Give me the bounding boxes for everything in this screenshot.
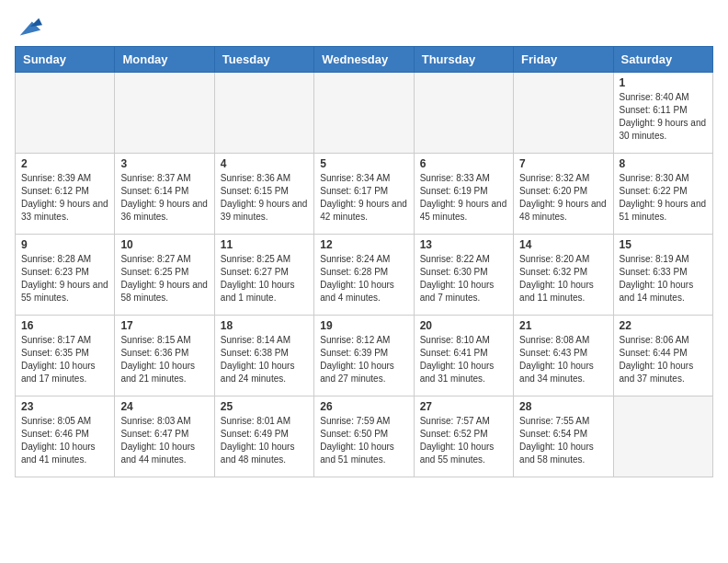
day-number: 2 (21, 157, 108, 170)
calendar-day-cell: 27Sunrise: 7:57 AM Sunset: 6:52 PM Dayli… (414, 396, 513, 477)
day-info: Sunrise: 8:32 AM Sunset: 6:20 PM Dayligh… (519, 172, 607, 224)
day-info: Sunrise: 8:17 AM Sunset: 6:35 PM Dayligh… (21, 334, 108, 385)
day-number: 5 (320, 157, 407, 170)
calendar-day-cell: 17Sunrise: 8:15 AM Sunset: 6:36 PM Dayli… (115, 316, 214, 396)
calendar-day-cell: 23Sunrise: 8:05 AM Sunset: 6:46 PM Dayli… (16, 396, 115, 477)
calendar-day-cell (214, 73, 313, 154)
day-info: Sunrise: 8:06 AM Sunset: 6:44 PM Dayligh… (620, 334, 707, 385)
weekday-header: Wednesday (314, 47, 414, 73)
day-info: Sunrise: 8:33 AM Sunset: 6:19 PM Dayligh… (420, 172, 507, 224)
page-header (15, 15, 713, 37)
calendar-day-cell: 15Sunrise: 8:19 AM Sunset: 6:33 PM Dayli… (613, 235, 712, 316)
calendar-day-cell (16, 73, 115, 154)
day-info: Sunrise: 8:01 AM Sunset: 6:49 PM Dayligh… (221, 415, 308, 466)
calendar-day-cell: 7Sunrise: 8:32 AM Sunset: 6:20 PM Daylig… (514, 154, 613, 235)
calendar-day-cell: 25Sunrise: 8:01 AM Sunset: 6:49 PM Dayli… (214, 396, 313, 477)
weekday-header: Saturday (613, 47, 712, 73)
calendar-day-cell: 20Sunrise: 8:10 AM Sunset: 6:41 PM Dayli… (414, 316, 513, 396)
logo (15, 15, 42, 37)
calendar-day-cell (613, 396, 712, 477)
calendar-table: SundayMondayTuesdayWednesdayThursdayFrid… (15, 46, 713, 477)
logo-icon (17, 15, 42, 40)
day-info: Sunrise: 8:03 AM Sunset: 6:47 PM Dayligh… (120, 415, 208, 466)
calendar-day-cell: 8Sunrise: 8:30 AM Sunset: 6:22 PM Daylig… (613, 154, 712, 235)
day-info: Sunrise: 8:22 AM Sunset: 6:30 PM Dayligh… (420, 253, 507, 304)
day-number: 20 (420, 319, 507, 332)
day-number: 8 (620, 157, 707, 170)
day-info: Sunrise: 8:25 AM Sunset: 6:27 PM Dayligh… (221, 253, 308, 304)
day-info: Sunrise: 8:39 AM Sunset: 6:12 PM Dayligh… (21, 172, 108, 224)
day-number: 11 (221, 238, 308, 251)
day-number: 3 (120, 157, 208, 170)
calendar-day-cell: 22Sunrise: 8:06 AM Sunset: 6:44 PM Dayli… (613, 316, 712, 396)
day-number: 9 (21, 238, 108, 251)
day-number: 21 (519, 319, 607, 332)
day-number: 18 (221, 319, 308, 332)
calendar-day-cell: 5Sunrise: 8:34 AM Sunset: 6:17 PM Daylig… (314, 154, 414, 235)
calendar-day-cell: 12Sunrise: 8:24 AM Sunset: 6:28 PM Dayli… (314, 235, 414, 316)
calendar-day-cell: 3Sunrise: 8:37 AM Sunset: 6:14 PM Daylig… (115, 154, 214, 235)
day-number: 13 (420, 238, 507, 251)
day-info: Sunrise: 8:34 AM Sunset: 6:17 PM Dayligh… (320, 172, 407, 224)
calendar-day-cell: 2Sunrise: 8:39 AM Sunset: 6:12 PM Daylig… (16, 154, 115, 235)
day-info: Sunrise: 8:27 AM Sunset: 6:25 PM Dayligh… (120, 253, 208, 304)
calendar-day-cell: 19Sunrise: 8:12 AM Sunset: 6:39 PM Dayli… (314, 316, 414, 396)
day-info: Sunrise: 8:24 AM Sunset: 6:28 PM Dayligh… (320, 253, 407, 304)
day-number: 10 (120, 238, 208, 251)
calendar-day-cell: 4Sunrise: 8:36 AM Sunset: 6:15 PM Daylig… (214, 154, 313, 235)
day-info: Sunrise: 7:55 AM Sunset: 6:54 PM Dayligh… (519, 415, 607, 466)
day-info: Sunrise: 8:19 AM Sunset: 6:33 PM Dayligh… (620, 253, 707, 304)
weekday-header: Tuesday (214, 47, 313, 73)
calendar-day-cell: 10Sunrise: 8:27 AM Sunset: 6:25 PM Dayli… (115, 235, 214, 316)
day-number: 15 (620, 238, 707, 251)
day-info: Sunrise: 7:57 AM Sunset: 6:52 PM Dayligh… (420, 415, 507, 466)
calendar-week-row: 16Sunrise: 8:17 AM Sunset: 6:35 PM Dayli… (16, 316, 713, 396)
day-info: Sunrise: 8:28 AM Sunset: 6:23 PM Dayligh… (21, 253, 108, 304)
day-info: Sunrise: 8:37 AM Sunset: 6:14 PM Dayligh… (120, 172, 208, 224)
day-info: Sunrise: 7:59 AM Sunset: 6:50 PM Dayligh… (320, 415, 407, 466)
day-info: Sunrise: 8:08 AM Sunset: 6:43 PM Dayligh… (519, 334, 607, 385)
calendar-header-row: SundayMondayTuesdayWednesdayThursdayFrid… (16, 47, 713, 73)
day-number: 24 (120, 400, 208, 413)
weekday-header: Friday (514, 47, 613, 73)
day-number: 28 (519, 400, 607, 413)
day-info: Sunrise: 8:36 AM Sunset: 6:15 PM Dayligh… (221, 172, 308, 224)
weekday-header: Thursday (414, 47, 513, 73)
calendar-day-cell (514, 73, 613, 154)
calendar-day-cell (115, 73, 214, 154)
calendar-week-row: 2Sunrise: 8:39 AM Sunset: 6:12 PM Daylig… (16, 154, 713, 235)
calendar-day-cell (414, 73, 513, 154)
calendar-day-cell: 6Sunrise: 8:33 AM Sunset: 6:19 PM Daylig… (414, 154, 513, 235)
day-number: 22 (620, 319, 707, 332)
calendar-week-row: 1Sunrise: 8:40 AM Sunset: 6:11 PM Daylig… (16, 73, 713, 154)
day-number: 12 (320, 238, 407, 251)
day-number: 19 (320, 319, 407, 332)
day-info: Sunrise: 8:05 AM Sunset: 6:46 PM Dayligh… (21, 415, 108, 466)
calendar-day-cell: 18Sunrise: 8:14 AM Sunset: 6:38 PM Dayli… (214, 316, 313, 396)
calendar-day-cell (314, 73, 414, 154)
calendar-day-cell: 11Sunrise: 8:25 AM Sunset: 6:27 PM Dayli… (214, 235, 313, 316)
day-info: Sunrise: 8:14 AM Sunset: 6:38 PM Dayligh… (221, 334, 308, 385)
calendar-day-cell: 26Sunrise: 7:59 AM Sunset: 6:50 PM Dayli… (314, 396, 414, 477)
day-number: 25 (221, 400, 308, 413)
day-info: Sunrise: 8:40 AM Sunset: 6:11 PM Dayligh… (620, 91, 707, 143)
calendar-day-cell: 14Sunrise: 8:20 AM Sunset: 6:32 PM Dayli… (514, 235, 613, 316)
day-number: 27 (420, 400, 507, 413)
calendar-day-cell: 28Sunrise: 7:55 AM Sunset: 6:54 PM Dayli… (514, 396, 613, 477)
day-number: 4 (221, 157, 308, 170)
day-number: 6 (420, 157, 507, 170)
calendar-day-cell: 21Sunrise: 8:08 AM Sunset: 6:43 PM Dayli… (514, 316, 613, 396)
day-number: 7 (519, 157, 607, 170)
calendar-day-cell: 24Sunrise: 8:03 AM Sunset: 6:47 PM Dayli… (115, 396, 214, 477)
calendar-day-cell: 16Sunrise: 8:17 AM Sunset: 6:35 PM Dayli… (16, 316, 115, 396)
day-info: Sunrise: 8:20 AM Sunset: 6:32 PM Dayligh… (519, 253, 607, 304)
weekday-header: Sunday (16, 47, 115, 73)
weekday-header: Monday (115, 47, 214, 73)
calendar-week-row: 9Sunrise: 8:28 AM Sunset: 6:23 PM Daylig… (16, 235, 713, 316)
calendar-day-cell: 13Sunrise: 8:22 AM Sunset: 6:30 PM Dayli… (414, 235, 513, 316)
calendar-week-row: 23Sunrise: 8:05 AM Sunset: 6:46 PM Dayli… (16, 396, 713, 477)
calendar-day-cell: 1Sunrise: 8:40 AM Sunset: 6:11 PM Daylig… (613, 73, 712, 154)
day-info: Sunrise: 8:10 AM Sunset: 6:41 PM Dayligh… (420, 334, 507, 385)
day-number: 23 (21, 400, 108, 413)
day-number: 1 (620, 76, 707, 89)
